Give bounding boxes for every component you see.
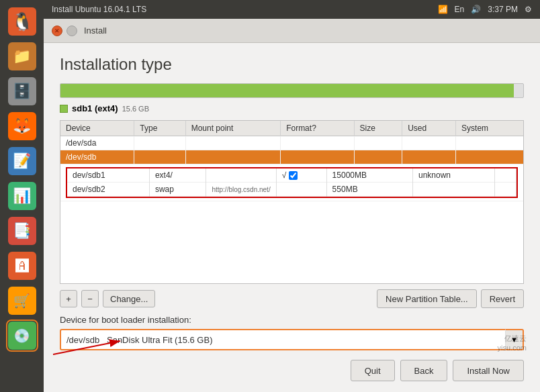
quit-button[interactable]: Quit — [351, 360, 395, 381]
remove-partition-button[interactable]: − — [81, 290, 99, 307]
taskbar-files-icon[interactable]: 📁 — [6, 40, 38, 72]
window-title: Install — [84, 26, 107, 36]
table-row-subpartitions: dev/sdb1 ext4/ √ 15000MB unknown — [60, 164, 523, 201]
taskbar-impress-icon[interactable]: 📑 — [6, 215, 38, 247]
table-header-row: Device Type Mount point Format? Size Use… — [60, 121, 523, 136]
cell-system — [495, 183, 516, 197]
sub-partition-table: dev/sdb1 ext4/ √ 15000MB unknown — [67, 168, 516, 197]
col-type: Type — [134, 121, 185, 136]
volume-icon[interactable]: 🔊 — [471, 5, 481, 14]
window-controls: ✕ — [52, 26, 77, 36]
window-titlebar: ✕ Install — [44, 19, 540, 43]
clock: 3:37 PM — [488, 5, 518, 14]
cell-mount — [206, 168, 276, 183]
close-button[interactable]: ✕ — [52, 26, 62, 36]
taskbar-software-icon[interactable]: 🅰 — [6, 250, 38, 282]
cell-type: swap — [149, 183, 206, 197]
change-partition-button[interactable]: Change... — [103, 290, 155, 307]
partition-table-wrapper[interactable]: Device Type Mount point Format? Size Use… — [60, 120, 524, 284]
col-mount: Mount point — [185, 121, 280, 136]
cell-device: dev/sdb1 — [67, 168, 149, 183]
add-partition-button[interactable]: + — [60, 290, 77, 307]
legend-name: sdb1 (ext4) — [72, 103, 118, 113]
legend-size: 15.6 GB — [122, 105, 149, 113]
bottom-buttons: Quit Back Install Now — [60, 357, 524, 381]
arrow-annotation-svg — [53, 336, 134, 356]
revert-button[interactable]: Revert — [481, 289, 524, 308]
partition-table: Device Type Mount point Format? Size Use… — [60, 121, 523, 201]
sub-table-wrapper: dev/sdb1 ext4/ √ 15000MB unknown — [66, 167, 518, 198]
window-title-bar-text: Install Ubuntu 16.04.1 LTS — [52, 5, 146, 14]
taskbar-install-icon[interactable]: 💿 — [6, 320, 38, 352]
taskbar-amazon-icon[interactable]: 🛒 — [6, 285, 38, 317]
taskbar-ubuntu-icon[interactable]: 🐧 — [6, 5, 38, 38]
col-format: Format? — [281, 121, 354, 136]
table-row[interactable]: /dev/sdb — [60, 150, 523, 164]
top-bar: Install Ubuntu 16.04.1 LTS 📶 En 🔊 3:37 P… — [44, 0, 540, 19]
table-row[interactable]: dev/sdb2 swap http://blog.csdn.net/ 550M… — [67, 183, 516, 197]
cell-device: /dev/sdb — [60, 150, 134, 164]
legend-color — [60, 105, 68, 113]
partition-toolbar: + − Change... New Partition Table... Rev… — [60, 289, 524, 308]
install-window: ✕ Install Installation type sdb1 (ext4) … — [44, 19, 540, 392]
format-checkbox[interactable] — [289, 171, 298, 180]
cell-device: /dev/sda — [60, 136, 134, 150]
cell-mount: http://blog.csdn.net/ — [206, 183, 276, 197]
col-device: Device — [60, 121, 134, 136]
partition-bar — [60, 83, 524, 98]
taskbar: 🐧 📁 🗄️ 🦊 📝 📊 📑 🅰 🛒 💿 — [0, 0, 44, 392]
cell-used: unknown — [412, 168, 494, 183]
bootloader-label: Device for boot loader installation: — [60, 315, 524, 325]
settings-icon[interactable]: ⚙ — [525, 5, 532, 14]
top-bar-right: 📶 En 🔊 3:37 PM ⚙ — [438, 5, 532, 14]
taskbar-folders-icon[interactable]: 🗄️ — [6, 75, 38, 107]
bootloader-dropdown-button[interactable]: ▼ — [505, 329, 524, 350]
cell-size: 550MB — [326, 183, 412, 197]
table-row[interactable]: dev/sdb1 ext4/ √ 15000MB unknown — [67, 168, 516, 183]
window-content: Installation type sdb1 (ext4) 15.6 GB — [44, 43, 540, 392]
cell-format: √ — [276, 168, 326, 183]
main-area: Install Ubuntu 16.04.1 LTS 📶 En 🔊 3:37 P… — [44, 0, 540, 392]
cell-used — [412, 183, 494, 197]
close-icon: ✕ — [54, 28, 60, 34]
partition-legend: sdb1 (ext4) 15.6 GB — [60, 103, 524, 113]
install-now-button[interactable]: Install Now — [453, 360, 524, 381]
bootloader-row: ▼ — [60, 329, 524, 350]
minimize-button[interactable] — [66, 26, 77, 36]
taskbar-firefox-icon[interactable]: 🦊 — [6, 110, 38, 142]
col-size: Size — [354, 121, 402, 136]
signal-icon: 📶 — [438, 5, 448, 14]
back-button[interactable]: Back — [400, 360, 448, 381]
page-title: Installation type — [60, 55, 524, 74]
cell-device: dev/sdb2 — [67, 183, 149, 197]
col-system: System — [456, 121, 523, 136]
col-used: Used — [402, 121, 456, 136]
cell-format — [276, 183, 326, 197]
table-row[interactable]: /dev/sda — [60, 136, 523, 150]
taskbar-writer-icon[interactable]: 📝 — [6, 145, 38, 177]
partition-bar-fill — [60, 84, 514, 97]
taskbar-calc-icon[interactable]: 📊 — [6, 180, 38, 212]
new-partition-table-button[interactable]: New Partition Table... — [377, 289, 477, 308]
cell-system — [495, 168, 516, 183]
cell-type: ext4/ — [149, 168, 206, 183]
window-wrapper: ✕ Install Installation type sdb1 (ext4) … — [44, 19, 540, 392]
svg-line-1 — [53, 341, 120, 354]
cell-size: 15000MB — [326, 168, 412, 183]
keyboard-layout[interactable]: En — [455, 5, 465, 14]
